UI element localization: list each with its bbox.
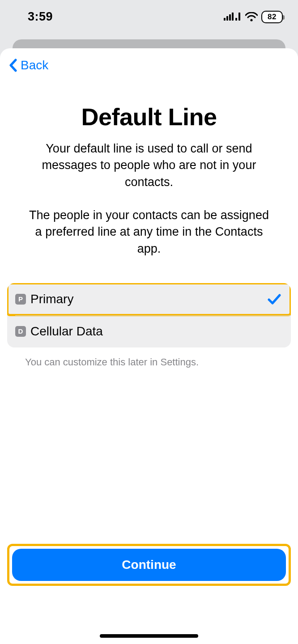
page-description: Your default line is used to call or sen… [7,140,291,257]
modal-sheet: Back Default Line Your default line is u… [0,48,298,644]
continue-button[interactable]: Continue [12,549,286,581]
svg-rect-2 [229,14,231,21]
footnote: You can customize this later in Settings… [7,356,291,368]
option-cellular-data[interactable]: D Cellular Data [7,315,291,347]
checkmark-icon [268,293,281,305]
page-title: Default Line [7,103,291,131]
line-options-list: P Primary D Cellular Data [7,283,291,347]
svg-rect-3 [232,13,234,21]
chevron-left-icon [9,59,18,72]
back-label: Back [21,58,48,72]
status-time: 3:59 [28,10,53,24]
wifi-icon [245,12,258,22]
status-bar: 3:59 82 [0,0,298,34]
svg-rect-5 [238,13,240,21]
option-primary[interactable]: P Primary [7,283,291,315]
option-label: Cellular Data [30,324,281,339]
battery-icon: 82 [261,11,283,23]
continue-label: Continue [122,558,176,572]
option-label: Primary [30,292,263,306]
svg-rect-0 [224,18,226,21]
svg-point-6 [250,19,252,21]
back-button[interactable]: Back [7,48,291,82]
line-badge-icon: P [15,294,26,305]
continue-highlight: Continue [7,544,291,586]
svg-rect-4 [235,18,237,21]
svg-rect-1 [226,16,228,21]
home-indicator[interactable] [100,634,198,638]
status-right: 82 [224,11,283,23]
battery-level: 82 [268,13,277,21]
dual-signal-icon [224,13,242,21]
line-badge-icon: D [15,326,26,337]
